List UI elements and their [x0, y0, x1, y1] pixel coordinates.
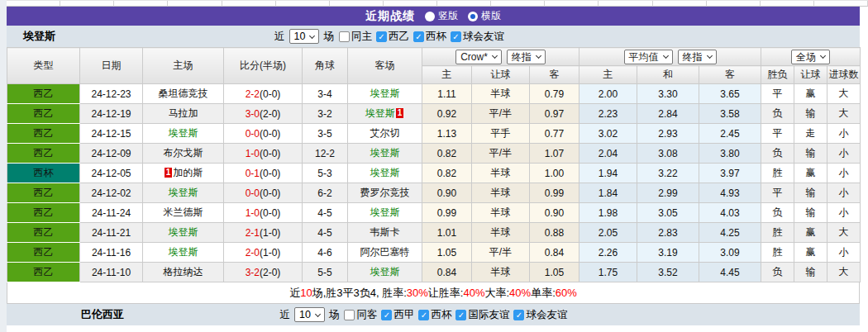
home-team-cell: 格拉纳达	[143, 263, 224, 282]
scope-select[interactable]: 全场	[791, 50, 830, 64]
fulltime-score: 2-2	[246, 88, 260, 100]
checkbox-label: 国际友谊	[468, 308, 509, 322]
team-name[interactable]: 米兰德斯	[164, 206, 203, 218]
checkbox-icon[interactable]	[344, 310, 355, 320]
radio-icon[interactable]	[425, 12, 435, 21]
competition-type-cell: 西乙	[7, 263, 80, 282]
match-date-cell: 24-12-09	[80, 144, 143, 164]
col-header-result-handicap: 让球	[794, 66, 827, 84]
chevron-down-icon	[820, 53, 826, 59]
odds-home-cell: 0.99	[422, 203, 472, 223]
team-name[interactable]: 埃登斯	[370, 147, 400, 159]
result-handicap-cell: 赢	[794, 243, 827, 263]
average-dropdown-cell: 平均值终指	[579, 48, 761, 66]
filter-checkbox[interactable]: ✓西甲	[381, 308, 414, 322]
avg-home-cell: 1.84	[579, 183, 637, 203]
corner-cell: 5-5	[303, 263, 348, 282]
odds-handicap-cell: 半球	[472, 183, 530, 203]
match-count-select[interactable]: 10	[294, 307, 325, 322]
checkbox-icon[interactable]: ✓	[376, 31, 387, 42]
avg-home-cell: 2.04	[579, 144, 637, 164]
team-name[interactable]: 埃登斯	[169, 226, 198, 238]
home-team-cell: 马拉加	[143, 104, 224, 124]
team-name[interactable]: 埃登斯	[370, 206, 400, 218]
team-name[interactable]: 格拉纳达	[164, 266, 203, 277]
result-handicap-cell: 输	[794, 203, 827, 223]
result-goals-cell: 大	[827, 263, 861, 282]
filter-checkbox[interactable]: ✓西杯	[418, 308, 451, 322]
layout-radio[interactable]: 横版	[468, 9, 501, 23]
filter-checkbox[interactable]: 同主	[339, 30, 372, 44]
result-handicap-cell: 赢	[794, 164, 827, 183]
table-edge-cell	[7, 1, 60, 7]
avg-home-cell: 2.05	[579, 223, 637, 243]
team-name[interactable]: 埃登斯	[169, 246, 198, 258]
halftime-score: (0-0)	[260, 207, 280, 219]
odds-home-cell: 0.90	[422, 183, 472, 203]
table-edge-cell	[814, 1, 868, 7]
fulltime-score: 1-0	[246, 207, 260, 219]
odds-stage-select[interactable]: 终指	[507, 50, 546, 64]
scope-dropdown-cell: 全场	[761, 48, 861, 66]
team-name[interactable]: 费罗尔竞技	[360, 187, 410, 198]
checkbox-icon[interactable]: ✓	[413, 31, 424, 42]
average-stage-select[interactable]: 终指	[678, 50, 717, 64]
team-name[interactable]: 埃登斯	[370, 266, 400, 277]
summary-text: 单率:	[531, 286, 556, 301]
halftime-score: (0-0)	[260, 168, 280, 179]
odds-handicap-cell: 平/半	[472, 104, 530, 124]
summary-text: 40%	[463, 287, 484, 299]
radio-icon[interactable]	[468, 12, 478, 21]
team-name[interactable]: 埃登斯	[370, 167, 400, 178]
team-name[interactable]: 艾尔切	[370, 127, 400, 139]
checkbox-icon[interactable]: ✓	[513, 310, 524, 320]
col-header-result-goals: 进球数	[827, 66, 861, 84]
col-header-score: 比分(半场)	[224, 48, 303, 84]
average-source-select[interactable]: 平均值	[624, 50, 673, 64]
table-edge-cell	[60, 1, 114, 7]
avg-away-cell: 4.93	[699, 183, 761, 203]
checkbox-label: 同主	[351, 30, 372, 44]
checkbox-icon[interactable]: ✓	[381, 310, 392, 320]
filter-checkbox[interactable]: ✓球会友谊	[451, 30, 504, 44]
layout-radio[interactable]: 竖版	[425, 9, 458, 23]
fulltime-score: 1-0	[246, 148, 260, 159]
team-name[interactable]: 布尔戈斯	[164, 147, 203, 159]
result-handicap-cell: 输	[794, 183, 827, 203]
result-handicap-cell: 走	[794, 124, 827, 144]
filter-checkbox[interactable]: 同客	[344, 308, 377, 322]
result-wdl-cell: 胜	[761, 223, 794, 243]
avg-home-cell: 2.23	[579, 104, 637, 124]
result-goals-cell: 小	[827, 243, 861, 263]
filter-checkbox[interactable]: ✓国际友谊	[455, 308, 509, 322]
result-handicap-cell: 输	[794, 263, 827, 282]
result-goals-cell: 小	[827, 203, 861, 223]
team-name[interactable]: 桑坦德竞技	[159, 88, 208, 99]
team-name[interactable]: 埃登斯	[370, 88, 400, 99]
competition-type-cell: 西乙	[7, 203, 80, 223]
odds-source-select[interactable]: Crow*	[455, 50, 502, 64]
result-goals-cell: 小	[827, 124, 861, 144]
recent-summary: 近10场,胜3平3负4, 胜率:30% 让胜率:40% 大率:40% 单率:60…	[7, 282, 860, 304]
team-name[interactable]: 1加的斯	[164, 167, 203, 178]
checkbox-icon[interactable]: ✓	[451, 31, 461, 42]
odds-away-cell: 0.88	[530, 223, 579, 243]
team-name[interactable]: 马拉加	[169, 107, 198, 119]
team-name[interactable]: 埃登斯	[169, 127, 198, 139]
filter-checkbox[interactable]: ✓西乙	[376, 30, 409, 44]
filter-checkbox[interactable]: ✓球会友谊	[513, 308, 567, 322]
team-name[interactable]: 阿尔巴塞特	[360, 246, 410, 258]
checkbox-icon[interactable]: ✓	[455, 310, 466, 320]
col-header-odds-handicap: 让球	[472, 66, 530, 84]
checkbox-icon[interactable]	[339, 31, 350, 42]
filter-checkbox[interactable]: ✓西杯	[413, 30, 446, 44]
matches-unit-label: 场	[329, 308, 340, 322]
match-row: 西乙24-11-24米兰德斯1-0(0-0)4-5埃登斯0.99半球0.901.…	[7, 203, 861, 223]
team-name[interactable]: 埃登斯1	[365, 107, 405, 119]
team-name[interactable]: 韦斯卡	[370, 226, 400, 238]
team-name[interactable]: 埃登斯	[169, 187, 198, 198]
match-count-select[interactable]: 10	[289, 29, 320, 44]
checkbox-icon[interactable]: ✓	[418, 310, 429, 320]
avg-away-cell: 3.09	[699, 243, 761, 263]
avg-draw-cell: 2.99	[637, 183, 699, 203]
